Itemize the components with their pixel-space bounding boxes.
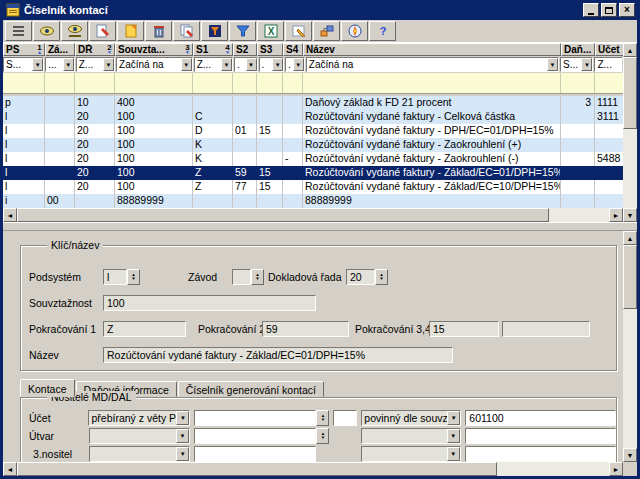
ucet-mode-combo[interactable]: přebíraný z věty PS▼ [88,410,190,426]
dropdown-icon[interactable]: ▼ [176,447,189,461]
filter-souvztaznost[interactable]: Začíná na▼ [116,57,193,72]
column-header-s1[interactable]: S14▼ [193,43,233,56]
filter-ps[interactable]: S...▼ [3,57,44,72]
dropdown-icon[interactable]: ▼ [103,58,114,71]
toolbar-button-hide-detail[interactable] [61,21,88,41]
dropdown-icon[interactable]: ▼ [176,411,189,425]
column-header-s2[interactable]: S2 [233,43,257,56]
filter-s2[interactable]: .▼ [234,57,258,72]
dropdown-icon[interactable]: ▼ [221,58,232,71]
scroll-left-icon[interactable]: ◄ [3,462,17,476]
table-row[interactable]: i008888999988889999 [3,194,623,208]
table-row[interactable]: p10400Daňový základ k FD 21 procent31111 [3,96,623,110]
filter-dan[interactable]: S...▼ [560,57,593,72]
toolbar-button-help[interactable]: ? [369,21,396,41]
dropdown-icon[interactable]: ▼ [246,58,257,71]
ucet-value-field[interactable]: 601100 [465,410,616,426]
panel-horizontal-scrollbar[interactable]: ◄ ► [3,462,623,476]
toolbar-button-delete-record[interactable] [145,21,172,41]
scroll-left-icon[interactable]: ◄ [3,208,17,222]
grid-search-row[interactable] [3,73,623,93]
filter-s4[interactable]: .▼ [285,57,305,72]
spinner-icon[interactable]: ▲▼ [251,269,264,285]
dropdown-icon[interactable]: ▼ [63,58,74,71]
spinner-icon[interactable]: ▲▼ [316,428,329,444]
column-header-dr[interactable]: DŘ2▼ [75,43,115,56]
grid-horizontal-scrollbar[interactable]: ◄ ► [3,208,623,222]
maximize-button[interactable] [601,3,617,17]
utvar-field[interactable] [194,428,316,444]
minimize-button[interactable] [583,3,599,17]
dropdown-icon[interactable]: ▼ [176,429,189,443]
toolbar-button-grid-settings[interactable] [5,21,32,41]
table-row[interactable]: l20100K-Rozúčtování vydané faktury - Zao… [3,152,623,166]
table-row[interactable]: l20100D0115Rozúčtování vydané faktury - … [3,124,623,138]
scrollbar-thumb[interactable] [623,57,637,129]
scroll-down-icon[interactable]: ▼ [623,448,637,462]
dropdown-icon[interactable]: ▼ [447,429,460,443]
toolbar-button-relations[interactable] [313,21,340,41]
table-row[interactable]: l20100KRozúčtování vydané faktury - Zaok… [3,138,623,152]
close-button[interactable]: × [619,3,635,17]
grid-vertical-scrollbar[interactable]: ▲ ▼ [623,43,637,222]
scrollbar-thumb[interactable] [17,208,549,222]
tab-kontace[interactable]: Kontace [20,379,75,397]
scrollbar-thumb[interactable] [17,462,497,476]
dropdown-icon[interactable]: ▼ [32,58,43,71]
utvar-mode-combo[interactable]: ▼ [89,428,190,444]
scroll-right-icon[interactable]: ► [609,462,623,476]
toolbar-button-new-record[interactable] [89,21,116,41]
toolbar-button-edit-record[interactable] [117,21,144,41]
table-row[interactable]: l20100Z7715Rozúčtování vydané faktury - … [3,180,623,194]
scroll-right-icon[interactable]: ► [609,208,623,222]
nositel3-rule-combo[interactable]: ▼ [361,446,460,462]
tab-ciselnik-generovani[interactable]: Číselník generování kontací [178,381,324,397]
filter-nazev[interactable]: Začíná na▼ [306,57,559,72]
toolbar-button-navigator[interactable] [341,21,368,41]
table-row[interactable]: l20100CRozúčtování vydané faktury - Celk… [3,110,623,124]
nositel3-value-field[interactable] [465,446,616,462]
column-header-s4[interactable]: S4 [283,43,303,56]
utvar-value-field[interactable] [465,428,616,444]
filter-zavod[interactable]: ...▼ [45,57,74,72]
spinner-icon[interactable]: ▲▼ [316,410,329,426]
scroll-down-icon[interactable]: ▼ [623,208,637,222]
toolbar-button-copy-record[interactable] [173,21,200,41]
zavod-field[interactable] [232,269,251,285]
scrollbar-thumb[interactable] [623,245,637,309]
toolbar-button-notes[interactable] [285,21,312,41]
filter-ucet[interactable]: Z... [594,57,622,72]
splitter[interactable] [3,222,637,230]
column-header-souvztaznost[interactable]: Souvzta...3▼ [115,43,193,56]
toolbar-button-analysis[interactable] [201,21,228,41]
dokladova-rada-field[interactable]: 20 [346,269,375,285]
toolbar-button-filter[interactable] [229,21,256,41]
souvztaznost-field[interactable]: 100 [103,295,316,311]
ucet-field[interactable] [194,410,316,426]
toolbar-button-show-detail[interactable] [33,21,60,41]
filter-dr[interactable]: Z...▼ [76,57,115,72]
column-header-zavod[interactable]: Zá... [45,43,75,56]
pokracovani-4-field[interactable] [502,321,590,337]
dropdown-icon[interactable]: ▼ [447,447,460,461]
panel-vertical-scrollbar[interactable]: ▲ ▼ [623,231,637,462]
dropdown-icon[interactable]: ▼ [181,58,192,71]
dropdown-icon[interactable]: ▼ [581,58,592,71]
podsystem-field[interactable]: l [103,269,127,285]
pokracovani-1-field[interactable]: Z [103,321,186,337]
scroll-up-icon[interactable]: ▲ [623,231,637,245]
filter-s1[interactable]: Z...▼ [194,57,233,72]
column-header-dan[interactable]: Daň... [561,43,595,56]
pokracovani-2-field[interactable]: 59 [262,321,349,337]
nositel3-field[interactable] [194,446,316,462]
scroll-up-icon[interactable]: ▲ [623,43,637,57]
utvar-rule-combo[interactable]: ▼ [361,428,460,444]
nazev-field[interactable]: Rozúčtování vydané faktury - Základ/EC=0… [103,347,453,363]
spinner-icon[interactable]: ▲▼ [127,269,140,285]
dropdown-icon[interactable]: ▼ [272,58,283,71]
column-header-ucet[interactable]: Účet [595,43,623,56]
column-header-ps[interactable]: PS1▲ [3,43,45,56]
ucet-small-field[interactable] [333,410,357,426]
filter-s3[interactable]: .▼ [259,57,285,72]
dropdown-icon[interactable]: ▼ [447,411,460,425]
